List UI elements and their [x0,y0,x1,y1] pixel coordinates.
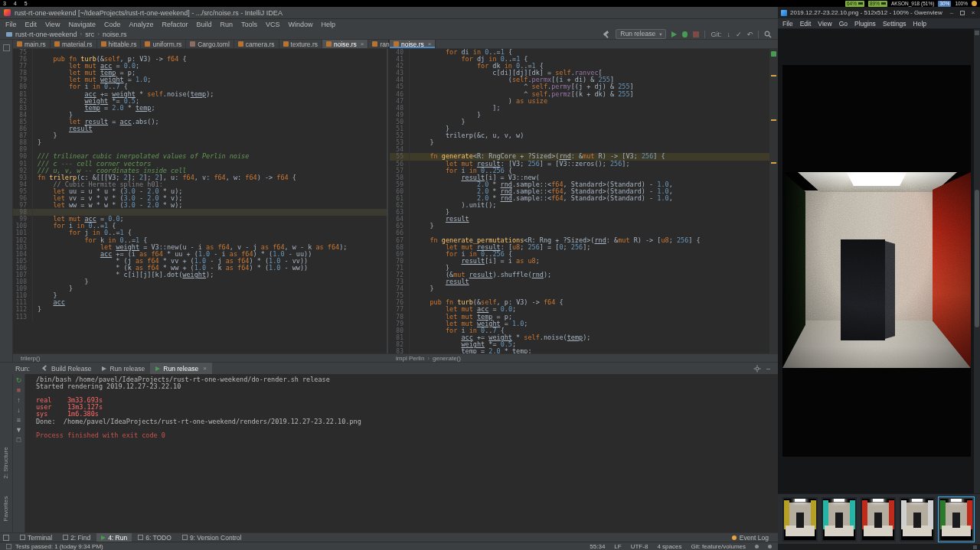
scroll-to-end-icon[interactable]: ▼ [15,427,22,434]
caret-position[interactable]: 55:34 [590,543,605,550]
breadcrumb-item-rust-rt-one-weekend[interactable]: rust-rt-one-weekend [15,31,77,38]
line-number[interactable]: 78 [390,314,410,321]
hide-panel-icon[interactable]: – [766,365,770,373]
line-number[interactable]: 110 [13,292,33,299]
editor-tab-main-rs[interactable]: main.rs [13,40,51,48]
menu-item-code[interactable]: Code [104,21,121,28]
line-number[interactable]: 83 [390,348,410,353]
line-number[interactable]: 83 [13,105,33,112]
line-number[interactable]: 79 [13,76,33,83]
tab-close-icon[interactable]: × [361,41,364,47]
line-number[interactable]: 69 [390,251,410,258]
gwenview-menu-item-view[interactable]: View [818,20,831,28]
line-number[interactable]: 84 [13,112,33,119]
line-number[interactable]: 90 [13,153,33,160]
debug-button[interactable] [682,31,688,37]
warning-mark[interactable] [771,75,776,76]
git-rollback-icon[interactable]: ↶ [746,31,753,38]
render-thumbnail[interactable] [822,497,857,542]
breadcrumb-item-noise-rs[interactable]: noise.rs [103,31,127,38]
menu-item-vcs[interactable]: VCS [266,21,280,28]
render-thumbnail[interactable] [939,497,974,542]
line-number[interactable]: 98 [13,209,33,216]
code-text[interactable]: } [410,223,434,229]
line-number[interactable]: 74 [390,285,410,292]
code-text[interactable]: } [410,285,434,292]
tool-window-button-6-todo[interactable]: 6: TODO [133,533,176,542]
line-number[interactable]: 95 [13,188,33,195]
editor-tab-material-rs[interactable]: material.rs [51,40,97,48]
line-number[interactable]: 47 [390,98,410,105]
line-number[interactable]: 71 [390,265,410,272]
code-text[interactable]: } [33,139,41,146]
run-tab-run-release[interactable]: Run release× [150,363,212,374]
line-number[interactable]: 93 [13,174,33,181]
gwenview-menu-item-go[interactable]: Go [839,20,848,28]
line-number[interactable]: 107 [13,272,33,278]
line-number[interactable]: 87 [13,132,33,139]
tray-item[interactable]: 30% [938,1,951,7]
lock-icon[interactable] [755,545,759,548]
line-number[interactable]: 52 [390,132,410,139]
tab-close-icon[interactable]: × [428,41,432,47]
settings-gear-icon[interactable] [753,365,761,373]
line-number[interactable]: 85 [13,119,33,125]
soft-wrap-icon[interactable]: ≡ [17,417,21,424]
git-branch[interactable]: Git: feature/volumes [691,543,746,550]
menu-item-navigate[interactable]: Navigate [68,21,96,28]
line-number[interactable]: 102 [13,237,33,244]
line-number[interactable]: 104 [13,251,33,258]
warning-mark[interactable] [771,162,776,164]
line-number[interactable]: 41 [390,56,410,63]
code-text[interactable]: } [33,306,41,313]
scrollbar-thumb[interactable] [975,190,979,327]
editor-tab-noise-rs[interactable]: noise.rs× [322,40,368,48]
line-number[interactable]: 42 [390,63,410,70]
rerun-icon[interactable]: ↻ [16,377,22,384]
menu-item-edit[interactable]: Edit [25,21,38,28]
menu-item-analyze[interactable]: Analyze [129,21,153,28]
file-encoding[interactable]: UTF-8 [631,543,648,550]
line-number[interactable]: 68 [390,244,410,251]
line-number[interactable]: 105 [13,258,33,265]
gwenview-menu-item-settings[interactable]: Settings [883,20,906,28]
line-number[interactable]: 82 [13,98,33,105]
notifications-bell-icon[interactable] [768,545,772,548]
project-tool-icon[interactable] [3,44,10,51]
line-number[interactable]: 88 [13,139,33,146]
context-item[interactable]: trilerp() [21,355,40,362]
run-configuration-select[interactable]: Run release ▾ [616,29,666,39]
line-number[interactable]: 76 [390,299,410,306]
code-text[interactable]: } [33,132,57,139]
tool-window-button-terminal[interactable]: Terminal [15,533,57,542]
indent-setting[interactable]: 4 spaces [657,543,681,550]
gwenview-menu-item-plugins[interactable]: Plugins [854,20,876,28]
line-number[interactable]: 77 [13,63,33,70]
line-number[interactable]: 55 [390,153,410,160]
line-number[interactable]: 80 [13,83,33,90]
line-number[interactable]: 63 [390,209,410,216]
clear-console-icon[interactable]: □ [17,437,21,444]
menu-item-window[interactable]: Window [289,21,313,28]
breadcrumb-item-src[interactable]: src [85,31,94,38]
line-number[interactable]: 91 [13,161,33,168]
context-item[interactable]: generate() [433,355,461,362]
image-view[interactable] [778,29,974,493]
line-number[interactable]: 108 [13,278,33,285]
editor-pane-right[interactable]: 40 for di in 0..=1 {41 for dj in 0..=1 {… [390,49,769,353]
editor-tab-camera-rs[interactable]: camera.rs [234,40,279,48]
editor-pane-left[interactable]: 7576 pub fn turb(&self, p: V3) -> f64 {7… [13,49,388,353]
line-number[interactable]: 46 [390,91,410,98]
gwenview-menu-item-edit[interactable]: Edit [800,20,812,28]
line-number[interactable]: 45 [390,83,410,90]
line-number[interactable]: 113 [13,314,33,321]
down-the-stack-icon[interactable]: ↓ [17,407,21,414]
menu-item-build[interactable]: Build [196,21,211,28]
line-number[interactable]: 103 [13,244,33,251]
line-number[interactable]: 111 [13,299,33,306]
line-number[interactable]: 50 [390,119,410,125]
code-text[interactable]: } [410,139,434,146]
git-update-icon[interactable]: ↓ [727,31,730,38]
line-number[interactable]: 75 [390,292,410,299]
search-icon[interactable] [764,31,772,38]
